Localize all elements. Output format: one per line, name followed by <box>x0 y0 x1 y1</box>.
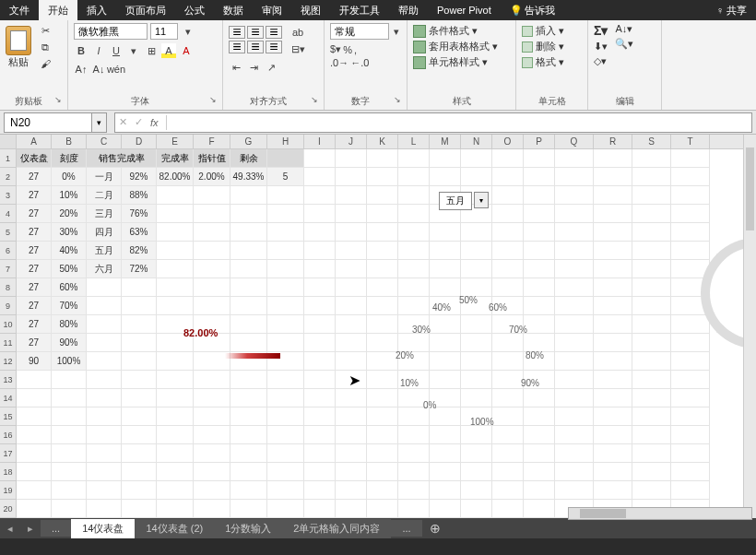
cell[interactable] <box>524 481 555 500</box>
cell[interactable]: 72% <box>122 260 157 278</box>
cell[interactable] <box>632 168 671 186</box>
cell[interactable] <box>52 389 87 407</box>
share-button[interactable]: ♀ 共享 <box>707 0 756 20</box>
cell[interactable] <box>671 205 710 223</box>
percent-icon[interactable]: % <box>343 44 352 55</box>
cell[interactable]: 27 <box>17 186 52 205</box>
border-button[interactable]: ⊞ <box>144 43 159 58</box>
autosum-button[interactable]: Σ▾ <box>594 23 608 38</box>
worksheet-area[interactable]: ABCDEFGHIJKLMNOPQRST 1仪表盘刻度销售完成率完成率指针值剩余… <box>0 135 756 518</box>
cell[interactable]: 50% <box>52 260 87 278</box>
col-header-B[interactable]: B <box>52 135 87 148</box>
cell[interactable] <box>492 444 524 463</box>
cell[interactable] <box>367 407 398 426</box>
col-header-N[interactable]: N <box>461 135 492 148</box>
cell-styles-button[interactable]: 单元格样式 ▾ <box>413 54 510 70</box>
cell[interactable] <box>461 500 492 518</box>
tab-review[interactable]: 审阅 <box>253 0 291 20</box>
cell[interactable] <box>555 426 594 444</box>
cell[interactable] <box>267 389 304 407</box>
cell[interactable] <box>632 444 671 463</box>
cell[interactable] <box>336 444 367 463</box>
cell[interactable] <box>122 426 157 444</box>
cell[interactable] <box>336 260 367 278</box>
cell[interactable] <box>87 315 122 334</box>
cell[interactable] <box>430 444 461 463</box>
cell[interactable] <box>17 389 52 407</box>
col-header-E[interactable]: E <box>157 135 194 148</box>
cell[interactable]: 60% <box>52 278 87 297</box>
cell[interactable] <box>157 242 194 260</box>
cell[interactable] <box>52 463 87 481</box>
cell[interactable] <box>157 297 194 315</box>
cell[interactable] <box>398 481 430 500</box>
cell[interactable] <box>336 149 367 168</box>
cell[interactable] <box>398 223 430 242</box>
cell[interactable] <box>594 242 632 260</box>
col-header-R[interactable]: R <box>594 135 632 148</box>
cell[interactable] <box>304 297 336 315</box>
cell[interactable] <box>122 297 157 315</box>
cell[interactable] <box>194 186 230 205</box>
row-header[interactable]: 8 <box>0 278 17 297</box>
col-header-O[interactable]: O <box>492 135 524 148</box>
cell[interactable] <box>367 481 398 500</box>
cell[interactable] <box>87 334 122 352</box>
cell[interactable] <box>267 315 304 334</box>
cell[interactable] <box>461 223 492 242</box>
cell[interactable] <box>122 371 157 389</box>
cell[interactable] <box>671 426 710 444</box>
cell[interactable] <box>52 371 87 389</box>
cell[interactable] <box>492 149 524 168</box>
cell[interactable] <box>524 334 555 352</box>
cell[interactable] <box>157 407 194 426</box>
cell[interactable] <box>492 463 524 481</box>
cell[interactable] <box>367 352 398 371</box>
cell[interactable] <box>304 315 336 334</box>
cell[interactable] <box>492 389 524 407</box>
cell[interactable] <box>267 500 304 518</box>
tab-insert[interactable]: 插入 <box>77 0 116 20</box>
cell[interactable] <box>230 500 267 518</box>
cell[interactable] <box>122 334 157 352</box>
cell[interactable] <box>492 481 524 500</box>
cell[interactable] <box>430 481 461 500</box>
cell[interactable] <box>304 444 336 463</box>
number-format-combo[interactable] <box>330 23 389 40</box>
cell[interactable] <box>524 426 555 444</box>
comma-icon[interactable]: , <box>354 44 357 55</box>
cell[interactable] <box>194 260 230 278</box>
cell[interactable] <box>632 297 671 315</box>
row-header[interactable]: 14 <box>0 389 17 407</box>
cell[interactable] <box>230 407 267 426</box>
cell[interactable] <box>367 168 398 186</box>
cancel-formula-icon[interactable]: ✕ <box>119 116 127 128</box>
cell[interactable] <box>671 149 710 168</box>
cell[interactable] <box>336 481 367 500</box>
cell[interactable]: 5 <box>267 168 304 186</box>
cell[interactable] <box>632 242 671 260</box>
sheet-tab-more-right[interactable]: ... <box>391 520 421 537</box>
cell[interactable] <box>461 389 492 407</box>
cell[interactable]: 90% <box>52 334 87 352</box>
cell[interactable] <box>555 463 594 481</box>
cell[interactable] <box>461 334 492 352</box>
cell[interactable] <box>594 463 632 481</box>
cell[interactable] <box>267 149 304 168</box>
cell[interactable] <box>367 297 398 315</box>
cell[interactable] <box>555 205 594 223</box>
cell[interactable] <box>157 186 194 205</box>
indent-left-icon[interactable]: ⇤ <box>229 61 243 76</box>
cell[interactable] <box>632 315 671 334</box>
cell[interactable]: 92% <box>122 168 157 186</box>
tab-powerpivot[interactable]: Power Pivot <box>428 0 501 20</box>
font-name-combo[interactable] <box>74 23 148 40</box>
cell[interactable] <box>671 352 710 371</box>
cell[interactable] <box>122 481 157 500</box>
col-header-K[interactable]: K <box>367 135 398 148</box>
cell[interactable] <box>267 426 304 444</box>
cell[interactable] <box>398 463 430 481</box>
cell[interactable] <box>398 205 430 223</box>
cell[interactable] <box>157 223 194 242</box>
cell[interactable] <box>398 500 430 518</box>
